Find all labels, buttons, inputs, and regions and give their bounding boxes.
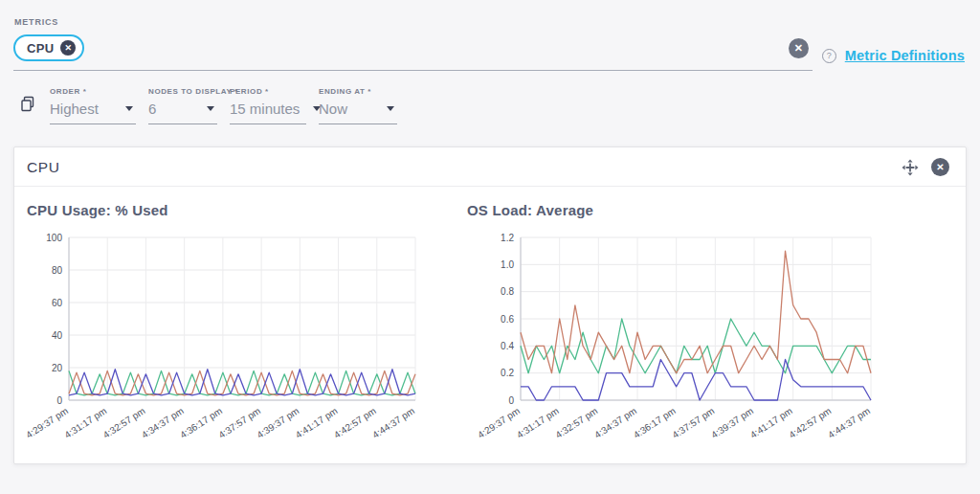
- order-label: ORDER *: [50, 87, 136, 96]
- svg-text:0: 0: [56, 395, 62, 406]
- ending-at-value: Now: [319, 101, 347, 117]
- svg-text:4:37:57 pm: 4:37:57 pm: [670, 405, 716, 439]
- svg-text:4:42:57 pm: 4:42:57 pm: [787, 405, 833, 439]
- help-icon[interactable]: ?: [822, 49, 836, 63]
- chevron-down-icon: [125, 106, 133, 111]
- chip-remove-icon[interactable]: ✕: [60, 40, 76, 56]
- svg-text:4:39:37 pm: 4:39:37 pm: [709, 405, 755, 439]
- order-select[interactable]: ORDER * Highest: [50, 87, 136, 124]
- svg-text:60: 60: [52, 298, 63, 308]
- svg-text:4:32:57 pm: 4:32:57 pm: [553, 405, 599, 439]
- svg-text:1.0: 1.0: [501, 259, 514, 270]
- ending-at-select[interactable]: ENDING AT * Now: [319, 87, 397, 124]
- period-select[interactable]: PERIOD * 15 minutes: [230, 87, 306, 124]
- period-label: PERIOD *: [230, 87, 306, 96]
- svg-text:80: 80: [52, 265, 63, 276]
- svg-text:4:39:37 pm: 4:39:37 pm: [255, 405, 301, 439]
- chevron-down-icon: [387, 106, 394, 111]
- metric-chip-label: CPU: [27, 41, 54, 56]
- svg-text:100: 100: [46, 233, 62, 243]
- svg-text:4:36:17 pm: 4:36:17 pm: [632, 405, 678, 439]
- svg-text:20: 20: [52, 363, 63, 373]
- svg-text:0.6: 0.6: [501, 314, 514, 325]
- metrics-label: METRICS: [14, 17, 967, 27]
- metric-definitions-link[interactable]: Metric Definitions: [845, 48, 965, 63]
- svg-text:4:44:37 pm: 4:44:37 pm: [826, 405, 872, 439]
- nodes-to-display-select[interactable]: NODES TO DISPLAY * 6: [148, 87, 217, 124]
- chevron-down-icon: [207, 106, 214, 111]
- cpu-usage-chart: 0204060801004:29:37 pm4:31:17 pm4:32:57 …: [27, 230, 456, 458]
- svg-text:4:29:37 pm: 4:29:37 pm: [476, 405, 522, 439]
- os-load-chart: 00.20.40.60.81.01.24:29:37 pm4:31:17 pm4…: [467, 230, 960, 458]
- cpu-usage-chart-block: CPU Usage: % Used 0204060801004:29:37 pm…: [27, 198, 456, 458]
- cpu-usage-chart-title: CPU Usage: % Used: [27, 202, 456, 218]
- svg-text:4:31:17 pm: 4:31:17 pm: [515, 405, 561, 439]
- clear-metrics-icon[interactable]: ✕: [789, 38, 809, 58]
- svg-text:4:29:37 pm: 4:29:37 pm: [24, 405, 70, 439]
- card-header: CPU ✕: [14, 147, 966, 187]
- os-load-chart-block: OS Load: Average 00.20.40.60.81.01.24:29…: [467, 198, 960, 458]
- svg-text:0.2: 0.2: [501, 368, 514, 378]
- svg-text:4:41:17 pm: 4:41:17 pm: [748, 405, 794, 439]
- filter-row: ORDER * Highest NODES TO DISPLAY * 6 PER…: [13, 71, 967, 124]
- svg-text:4:37:57 pm: 4:37:57 pm: [216, 405, 262, 439]
- svg-text:4:31:17 pm: 4:31:17 pm: [62, 405, 108, 439]
- svg-text:4:42:57 pm: 4:42:57 pm: [332, 405, 378, 439]
- metrics-input[interactable]: CPU ✕ ✕: [13, 34, 813, 71]
- svg-text:4:41:17 pm: 4:41:17 pm: [294, 405, 340, 439]
- move-card-icon[interactable]: [902, 159, 919, 176]
- ending-at-label: ENDING AT *: [319, 87, 397, 96]
- svg-text:4:44:37 pm: 4:44:37 pm: [370, 405, 416, 439]
- close-card-icon[interactable]: ✕: [931, 158, 949, 176]
- svg-text:0: 0: [508, 395, 514, 406]
- svg-text:0.4: 0.4: [501, 341, 514, 351]
- metric-chip-cpu[interactable]: CPU ✕: [13, 34, 84, 61]
- os-load-chart-title: OS Load: Average: [467, 202, 960, 218]
- svg-text:0.8: 0.8: [501, 286, 514, 297]
- order-value: Highest: [50, 101, 99, 117]
- metrics-panel: METRICS CPU ✕ ✕ ? Metric Definitions ORD…: [0, 0, 980, 124]
- cpu-metric-card: CPU ✕ CPU Usage: % Used 0204060801004:29…: [13, 146, 967, 464]
- period-value: 15 minutes: [230, 101, 300, 117]
- svg-text:4:36:17 pm: 4:36:17 pm: [178, 405, 224, 439]
- svg-text:40: 40: [52, 330, 63, 341]
- svg-text:4:34:37 pm: 4:34:37 pm: [592, 405, 638, 439]
- svg-text:1.2: 1.2: [501, 233, 514, 243]
- svg-text:4:34:37 pm: 4:34:37 pm: [140, 405, 186, 439]
- nodes-label: NODES TO DISPLAY *: [148, 87, 217, 96]
- copy-icon[interactable]: [20, 96, 35, 112]
- svg-text:4:32:57 pm: 4:32:57 pm: [101, 405, 147, 439]
- card-title: CPU: [27, 159, 60, 176]
- nodes-value: 6: [148, 101, 156, 117]
